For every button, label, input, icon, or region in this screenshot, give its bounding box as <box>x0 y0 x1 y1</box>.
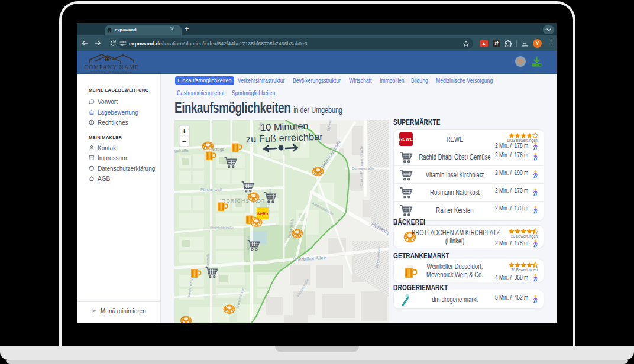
svg-text:Kirchfeldstraße: Kirchfeldstraße <box>210 226 234 229</box>
svg-text:+: + <box>182 126 187 135</box>
svg-text:10 Minuten: 10 Minuten <box>260 121 309 133</box>
svg-text:...usstraße: ...usstraße <box>246 236 250 253</box>
svg-text:Oberbilker Allee: Oberbilker Allee <box>293 255 326 262</box>
svg-text:Talstraße: Talstraße <box>206 253 210 268</box>
svg-text:Bunsenstraße: Bunsenstraße <box>352 167 374 170</box>
svg-text:−: − <box>182 137 187 146</box>
svg-text:Gustav-Poensgen-Straße: Gustav-Poensgen-Straße <box>360 145 363 186</box>
svg-text:gstraße: gstraße <box>174 148 189 153</box>
svg-text:Netto: Netto <box>257 212 269 216</box>
svg-text:COMPANY NAME: COMPANY NAME <box>85 64 140 70</box>
svg-text:Slogan Goes Here: Slogan Goes Here <box>91 70 133 74</box>
svg-text:Fürstenwall: Fürstenwall <box>200 187 222 191</box>
